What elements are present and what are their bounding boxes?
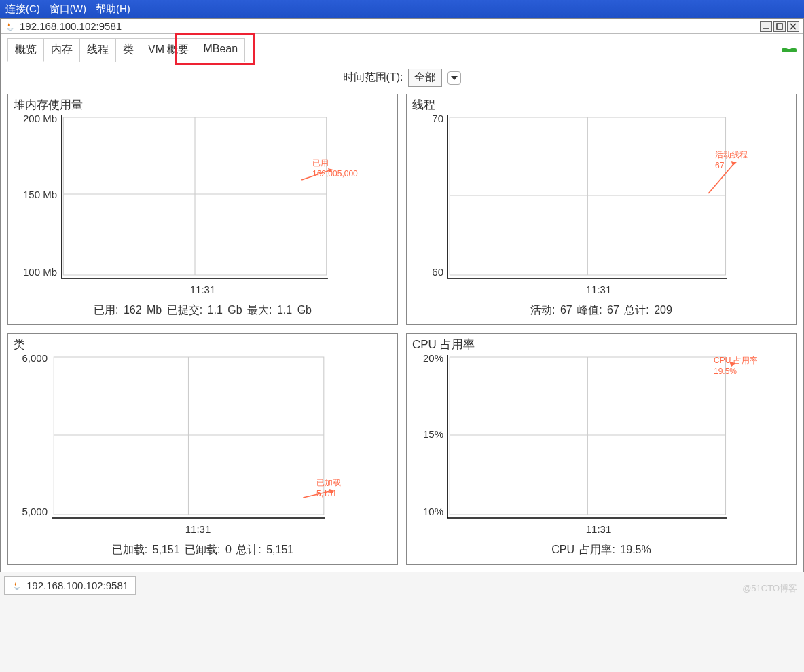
taskbar-tab-label: 192.168.100.102:9581 [26,580,128,591]
plot-area[interactable]: 已用 162,005,000 11:31 [61,115,392,295]
tab-memory[interactable]: 内存 [43,38,80,62]
y-tick: 150 Mb [23,189,57,200]
series-name: 已用 [312,157,358,169]
y-tick: 20% [423,352,443,364]
y-axis: 20% 15% 10% [412,355,447,535]
y-tick: 6,000 [22,352,48,364]
y-tick: 5,000 [22,506,48,517]
y-tick: 60 [432,266,443,278]
series-name: CPU 占用率 [714,355,758,367]
chart-footer: 已加载: 5,151 已卸载: 0 总计: 5,151 [8,538,397,564]
y-axis: 200 Mb 150 Mb 100 Mb [14,115,61,295]
window-title: 192.168.100.102:9581 [20,20,760,32]
time-range-select[interactable]: 全部 [408,69,442,87]
close-button[interactable] [787,21,799,32]
menubar: 连接(C) 窗口(W) 帮助(H) [0,0,804,18]
chart-classes: 类 6,000 5,000 [7,333,398,565]
tab-vm-summary[interactable]: VM 概要 [141,38,196,62]
series-name: 已加载 [316,477,341,489]
menu-window[interactable]: 窗口(W) [50,3,86,16]
series-value: 162,005,000 [312,169,358,179]
chart-footer: 活动: 67 峰值: 67 总计: 209 [407,298,796,324]
time-range-label: 时间范围(T): [343,71,403,85]
chart-threads: 线程 70 60 [406,94,797,325]
series-value: 5,151 [316,489,341,498]
minimize-button[interactable] [760,21,772,32]
time-range-value: 全部 [414,71,436,85]
y-tick: 15% [423,428,443,440]
plot-area[interactable]: 活动线程 67 11:31 [447,115,790,295]
internal-window: 192.168.100.102:9581 概览 内存 线程 类 VM 概要 MB… [0,18,804,572]
svg-rect-5 [790,48,797,52]
watermark: @51CTO博客 [742,582,797,595]
tab-mbean[interactable]: MBean [196,38,245,62]
titlebar: 192.168.100.102:9581 [1,19,803,34]
svg-rect-4 [782,48,788,52]
x-tick: 11:31 [14,282,392,295]
series-annotation: 活动线程 67 [715,149,748,170]
connection-status-icon [782,44,797,56]
x-tick: 11:31 [4,522,392,535]
chart-footer: 已用: 162 Mb 已提交: 1.1 Gb 最大: 1.1 Gb [8,298,397,324]
charts-grid: 堆内存使用量 200 Mb 150 Mb 100 Mb [7,94,797,565]
plot-area[interactable]: CPU 占用率 19.5% 11:31 [447,355,790,535]
svg-rect-1 [777,24,782,29]
y-axis: 6,000 5,000 [14,355,52,535]
tabs: 概览 内存 线程 类 VM 概要 MBean [7,38,244,62]
content-area: 概览 内存 线程 类 VM 概要 MBean 时间范围(T): 全部 [1,34,803,572]
menu-connect[interactable]: 连接(C) [5,3,40,16]
chart-title: 线程 [407,94,796,113]
y-tick: 200 Mb [23,113,57,124]
tabs-row: 概览 内存 线程 类 VM 概要 MBean [7,38,797,62]
chart-title: CPU 占用率 [407,334,796,352]
tab-classes[interactable]: 类 [115,38,141,62]
menu-help[interactable]: 帮助(H) [96,3,130,16]
y-tick: 100 Mb [23,266,57,278]
chart-title: 类 [8,334,397,352]
chart-heap-memory: 堆内存使用量 200 Mb 150 Mb 100 Mb [7,94,398,325]
series-value: 19.5% [714,367,758,376]
plot-area[interactable]: 已加载 5,151 11:31 [52,355,392,535]
series-annotation: 已用 162,005,000 [312,157,358,179]
series-annotation: 已加载 5,151 [316,477,341,498]
chart-footer: CPU 占用率: 19.5% [407,538,796,564]
x-tick: 11:31 [407,282,790,295]
time-range-dropdown-arrow[interactable] [447,71,461,85]
window-controls [760,21,799,32]
tab-threads[interactable]: 线程 [79,38,116,62]
y-axis: 70 60 [412,115,447,295]
time-range-row: 时间范围(T): 全部 [7,62,797,94]
maximize-button[interactable] [773,21,786,32]
y-tick: 70 [432,113,443,124]
java-icon [5,21,16,32]
series-value: 67 [715,161,748,170]
tab-overview[interactable]: 概览 [7,38,44,62]
chart-cpu: CPU 占用率 20% 15% 10% [406,333,797,565]
taskbar-tab[interactable]: 192.168.100.102:9581 [4,576,136,595]
series-annotation: CPU 占用率 19.5% [714,355,758,376]
java-icon [12,580,22,591]
chart-title: 堆内存使用量 [8,94,397,113]
y-tick: 10% [423,506,443,517]
series-name: 活动线程 [715,149,748,161]
x-tick: 11:31 [407,522,790,535]
svg-rect-6 [787,49,791,52]
